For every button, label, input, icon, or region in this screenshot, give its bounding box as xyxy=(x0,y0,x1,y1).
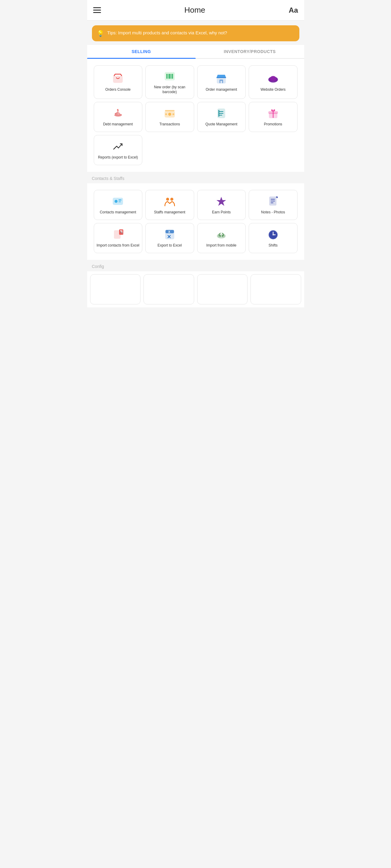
staffs-management-label: Staffs management xyxy=(154,210,185,215)
contacts-section-label: Contacts & Staffs xyxy=(87,172,304,183)
new-order-scan-label: New order (by scan barcode) xyxy=(147,85,192,94)
svg-rect-6 xyxy=(172,74,173,79)
svg-point-13 xyxy=(270,76,276,81)
clock-icon xyxy=(267,228,279,241)
cloud-upload-icon xyxy=(215,228,228,241)
tab-inventory[interactable]: INVENTORY/PRODUCTS xyxy=(196,45,304,58)
config-section-label: Config xyxy=(87,260,304,271)
transactions-item[interactable]: Transactions xyxy=(145,102,194,132)
svg-point-32 xyxy=(166,198,169,201)
gift-icon xyxy=(267,107,279,120)
tab-bar: SELLING INVENTORY/PRODUCTS xyxy=(87,45,304,59)
svg-rect-9 xyxy=(220,81,222,83)
notes-doc-icon xyxy=(267,195,279,208)
import-from-mobile-item[interactable]: Import from mobile xyxy=(197,223,246,253)
svg-text:X: X xyxy=(168,230,170,234)
svg-rect-3 xyxy=(168,74,169,79)
font-button[interactable]: Aa xyxy=(289,6,298,14)
debt-management-label: Debt management xyxy=(103,122,133,127)
orders-console-label: Orders Console xyxy=(105,87,130,92)
promotions-label: Promotions xyxy=(264,122,282,127)
svg-text:$: $ xyxy=(117,109,119,112)
tips-text: Tips: Import multi products and contacts… xyxy=(107,30,227,36)
tab-selling[interactable]: SELLING xyxy=(87,45,196,58)
tips-banner: 💡 Tips: Import multi products and contac… xyxy=(92,25,299,41)
header: Home Aa xyxy=(87,0,304,21)
import-contacts-excel-label: Import contacts from Excel xyxy=(96,243,139,248)
notes-photos-label: Notes - Photos xyxy=(261,210,285,215)
trending-icon xyxy=(112,140,124,153)
export-to-excel-label: Export to Excel xyxy=(157,243,182,248)
svg-rect-5 xyxy=(171,74,172,79)
transactions-label: Transactions xyxy=(159,122,180,127)
reports-export-item[interactable]: Reports (export to Excel) xyxy=(94,135,143,165)
contacts-grid: Contacts management Staffs management xyxy=(91,187,301,256)
menu-button[interactable] xyxy=(93,7,101,13)
config-item-3[interactable] xyxy=(197,274,248,304)
import-contacts-excel-item[interactable]: 📎 Import contacts from Excel xyxy=(94,223,143,253)
earn-points-label: Earn Points xyxy=(212,210,231,215)
svg-rect-28 xyxy=(113,198,123,205)
export-to-excel-item[interactable]: X Export to Excel xyxy=(145,223,194,253)
shifts-item[interactable]: Shifts xyxy=(249,223,298,253)
config-item-2[interactable] xyxy=(144,274,194,304)
selling-section: Orders Console New order (by scan barcod… xyxy=(87,59,304,172)
debt-management-item[interactable]: $ Debt management xyxy=(94,102,143,132)
website-orders-label: Website Orders xyxy=(261,87,285,92)
svg-rect-31 xyxy=(118,201,121,202)
page-title: Home xyxy=(184,5,205,15)
promotions-item[interactable]: Promotions xyxy=(249,102,298,132)
staffs-icon xyxy=(163,195,176,208)
staffs-management-item[interactable]: Staffs management xyxy=(145,190,194,220)
cash-icon xyxy=(163,107,176,120)
quote-management-label: Quote Management xyxy=(205,122,237,127)
selling-grid: Orders Console New order (by scan barcod… xyxy=(91,62,301,168)
notes-photos-item[interactable]: Notes - Photos xyxy=(249,190,298,220)
contacts-management-label: Contacts management xyxy=(100,210,136,215)
quote-management-item[interactable]: Quote Management xyxy=(197,102,246,132)
shifts-label: Shifts xyxy=(269,243,278,248)
svg-point-33 xyxy=(170,198,173,201)
import-from-mobile-label: Import from mobile xyxy=(206,243,236,248)
store-icon xyxy=(215,72,228,85)
basket-icon xyxy=(112,72,124,85)
svg-rect-30 xyxy=(118,199,121,200)
star-icon xyxy=(215,195,228,208)
website-orders-item[interactable]: Website Orders xyxy=(249,65,298,99)
import-file-icon: 📎 xyxy=(112,228,124,241)
svg-point-18 xyxy=(173,113,174,115)
config-item-4[interactable] xyxy=(250,274,301,304)
earn-points-item[interactable]: Earn Points xyxy=(197,190,246,220)
svg-rect-4 xyxy=(169,74,170,79)
cloud-icon xyxy=(267,72,279,85)
barcode-icon xyxy=(163,70,176,83)
svg-point-16 xyxy=(168,113,171,116)
svg-rect-2 xyxy=(167,74,167,79)
reports-export-label: Reports (export to Excel) xyxy=(98,155,138,160)
contacts-management-item[interactable]: Contacts management xyxy=(94,190,143,220)
new-order-scan-item[interactable]: New order (by scan barcode) xyxy=(145,65,194,99)
export-x-icon: X xyxy=(163,228,176,241)
svg-point-17 xyxy=(165,113,167,115)
contacts-section: Contacts management Staffs management xyxy=(87,183,304,260)
svg-rect-0 xyxy=(113,76,122,83)
config-item-1[interactable] xyxy=(90,274,141,304)
quote-icon xyxy=(215,107,228,120)
svg-rect-19 xyxy=(165,110,175,111)
svg-point-29 xyxy=(115,200,118,203)
order-management-item[interactable]: Order management xyxy=(197,65,246,99)
contact-card-icon xyxy=(112,195,124,208)
lightbulb-icon: 💡 xyxy=(97,30,104,37)
config-grid-partial xyxy=(87,271,304,307)
debt-icon: $ xyxy=(112,107,124,120)
order-management-label: Order management xyxy=(206,87,237,92)
svg-point-56 xyxy=(273,234,274,236)
orders-console-item[interactable]: Orders Console xyxy=(94,65,143,99)
svg-marker-34 xyxy=(216,197,226,206)
